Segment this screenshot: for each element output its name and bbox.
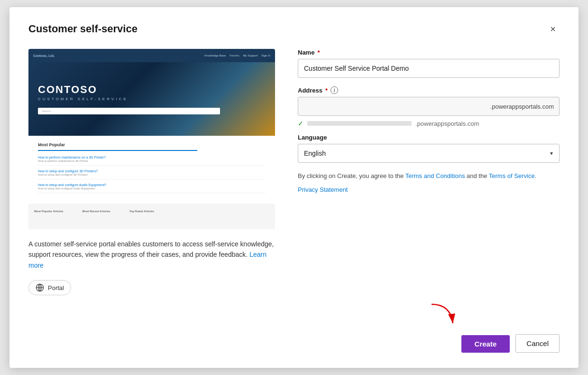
privacy-statement-link[interactable]: Privacy Statement [298,186,560,193]
preview-list-title: How to setup and configure 3D Printers? [38,169,266,173]
preview-search-text: Search... [42,110,53,112]
address-label-text: Address [298,87,322,94]
address-input[interactable] [298,97,560,116]
dialog-header: Customer self-service × [28,22,560,36]
language-field-group: Language English French German Spanish J… [298,134,560,163]
language-select[interactable]: English French German Spanish Japanese [298,144,560,163]
preview-footer: Most Popular Articles Most Recent Articl… [28,204,275,219]
preview-nav-link: My Support [243,54,258,57]
right-panel: Name * Address * i .powerappsportals.com… [298,49,560,353]
portal-badge-label: Portal [48,284,64,291]
preview-list-title: How to setup and configure Audio Equipme… [38,183,266,187]
preview-nav-link: Forums [230,54,239,57]
preview-nav-link: Sign In [261,54,270,57]
portal-badge[interactable]: Portal [28,280,71,295]
arrow-indicator [427,302,460,328]
name-field-group: Name * [298,49,560,78]
dialog: Customer self-service × Contoso, Ltd. Kn… [9,7,579,368]
address-verified-blurred [307,121,412,126]
address-required-star: * [325,87,328,94]
name-input[interactable] [298,59,560,78]
dialog-body: Contoso, Ltd. Knowledge Base Forums My S… [28,49,560,353]
address-info-icon[interactable]: i [331,86,338,94]
preview-nav-link: Knowledge Base [204,54,226,57]
terms-group: By clicking on Create, you agree to the … [298,171,560,207]
preview-footer-col: Most Popular Articles [34,210,63,213]
address-input-wrapper: .powerappsportals.com [298,97,560,116]
address-field-group: Address * i .powerappsportals.com ✓ .pow… [298,86,560,127]
preview-list-desc: How to setup and configure Audio Equipme… [38,187,266,190]
terms-and-conditions-link[interactable]: Terms and Conditions [405,172,465,179]
preview-divider [38,150,197,151]
preview-list-desc: How to setup and configure 3D Printers [38,173,266,176]
name-label: Name * [298,49,560,56]
preview-hero-brand: CONTOSO [38,84,266,96]
dialog-footer: Create Cancel [298,325,560,353]
portal-preview: Contoso, Ltd. Knowledge Base Forums My S… [28,49,275,229]
preview-footer-col: Top Rated Articles [129,210,154,213]
preview-list-desc: How to perform maintenance 3D Printer [38,159,266,162]
address-verified: ✓ .powerappsportals.com [298,120,560,127]
dialog-title: Customer self-service [28,23,138,35]
address-label: Address * i [298,86,560,94]
description-text: A customer self-service portal enables c… [28,239,275,271]
language-select-wrapper: English French German Spanish Japanese ▾ [298,144,560,163]
preview-hero: CONTOSO CUSTOMER SELF-SERVICE Search... [28,62,275,136]
preview-hero-sub: CUSTOMER SELF-SERVICE [38,97,266,101]
language-label-text: Language [298,134,327,141]
preview-list-item: How to setup and configure Audio Equipme… [38,183,266,193]
globe-icon [36,283,44,292]
preview-list-title: How to perform maintenance on a 3D Print… [38,156,266,159]
preview-brand-text: Contoso, Ltd. [33,54,55,57]
name-required-star: * [317,49,320,56]
preview-top-bar: Contoso, Ltd. Knowledge Base Forums My S… [28,49,275,62]
description-content: A customer self-service portal enables c… [28,240,274,258]
check-icon: ✓ [298,120,303,127]
terms-period: . [535,172,537,179]
terms-text-2: and the [467,172,487,179]
preview-list-item: How to perform maintenance on a 3D Print… [38,156,266,166]
preview-content: Most Popular How to perform maintenance … [28,136,275,204]
preview-list-item: How to setup and configure 3D Printers? … [38,169,266,179]
terms-text-1: By clicking on Create, you agree to the [298,172,404,179]
name-label-text: Name [298,49,314,56]
terms-text: By clicking on Create, you agree to the … [298,171,560,181]
portal-preview-container: Contoso, Ltd. Knowledge Base Forums My S… [28,49,275,229]
terms-of-service-link[interactable]: Terms of Service [489,172,535,179]
verified-url-text: .powerappsportals.com [415,120,479,127]
left-panel: Contoso, Ltd. Knowledge Base Forums My S… [28,49,275,353]
preview-search-bar: Search... [38,108,220,114]
preview-footer-col: Most Recent Articles [82,210,110,213]
preview-section-title: Most Popular [38,142,266,147]
preview-nav-links: Knowledge Base Forums My Support Sign In [204,54,270,57]
create-button[interactable]: Create [461,335,510,353]
close-button[interactable]: × [546,22,560,36]
cancel-button[interactable]: Cancel [515,334,560,353]
language-label: Language [298,134,560,141]
